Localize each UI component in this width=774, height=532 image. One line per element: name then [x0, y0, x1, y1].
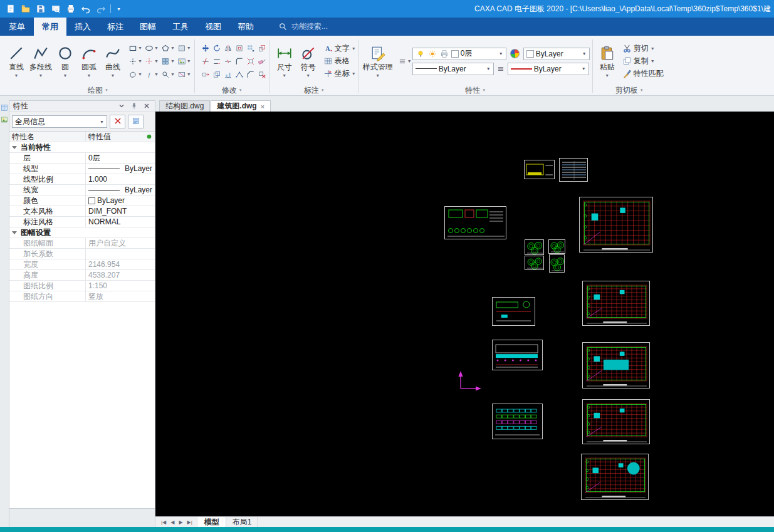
- menu-button[interactable]: 菜单: [0, 18, 34, 36]
- color-picker-icon[interactable]: [510, 49, 520, 58]
- floor-plan-3[interactable]: [582, 342, 650, 389]
- prev-layout-button[interactable]: ◀: [170, 519, 174, 525]
- save-button[interactable]: [35, 4, 46, 14]
- menu-tab-home[interactable]: 常用: [34, 18, 66, 36]
- line-button[interactable]: 直线▼: [4, 44, 28, 79]
- stretch-button[interactable]: [201, 68, 211, 81]
- offset-button[interactable]: [234, 42, 244, 55]
- floor-plan-5[interactable]: [581, 454, 649, 500]
- property-row-lengthen-factor[interactable]: 加长系数: [9, 249, 155, 259]
- property-row-linetype[interactable]: 线型ByLayer: [9, 164, 155, 174]
- ucs-icon[interactable]: [456, 370, 482, 393]
- text-button[interactable]: A文字▼: [323, 43, 356, 55]
- elevation-1[interactable]: [492, 340, 543, 370]
- erase-button[interactable]: [257, 55, 267, 68]
- image-button[interactable]: ▼: [177, 55, 192, 68]
- chamfer-button[interactable]: [246, 68, 256, 81]
- polyline-button[interactable]: 多段线▼: [28, 44, 53, 79]
- property-settings-button[interactable]: [128, 115, 144, 128]
- color-select[interactable]: ByLayer ▼: [523, 48, 590, 60]
- formula-curve-button[interactable]: f▼: [144, 68, 159, 81]
- property-row-width[interactable]: 宽度2146.954: [9, 259, 155, 270]
- property-row-lineweight[interactable]: 线宽ByLayer: [9, 185, 155, 196]
- lineweight-select[interactable]: ByLayer ▼: [508, 63, 589, 75]
- first-layout-button[interactable]: |◀: [161, 519, 166, 525]
- property-row-linetype-scale[interactable]: 线型比例1.000: [9, 174, 155, 185]
- delete-group-button[interactable]: [257, 68, 267, 81]
- mirror-button[interactable]: [223, 42, 233, 55]
- ellipse-button[interactable]: ▼: [144, 42, 159, 55]
- floor-plan-4[interactable]: [582, 399, 650, 444]
- property-row-text-style[interactable]: 文本风格DIM_FONT: [9, 206, 155, 217]
- customize-quick-access-icon[interactable]: ▼: [115, 7, 122, 11]
- options-list-button[interactable]: ▼: [397, 55, 412, 68]
- detail-plan[interactable]: [492, 297, 535, 326]
- property-row-layer[interactable]: 层0层: [9, 153, 155, 164]
- layer-select[interactable]: 0层 ▼: [412, 48, 506, 60]
- paste-button[interactable]: 粘贴▼: [595, 44, 619, 79]
- plant-legend-4[interactable]: [549, 254, 565, 273]
- spline-button[interactable]: 曲线▼: [101, 44, 125, 79]
- thumb-title-block[interactable]: [524, 160, 555, 179]
- property-row-height[interactable]: 高度4538.207: [9, 270, 155, 281]
- section-sheet-settings[interactable]: 图幅设置: [9, 227, 155, 238]
- rotate-button[interactable]: [212, 42, 222, 55]
- properties-panel-tab-icon[interactable]: [1, 104, 8, 112]
- floor-plan-2[interactable]: [582, 281, 650, 326]
- next-layout-button[interactable]: ▶: [179, 519, 182, 525]
- section-current-properties[interactable]: 当前特性: [9, 142, 155, 153]
- layout-tab-model[interactable]: 模型: [198, 517, 226, 527]
- lineweight-settings-icon[interactable]: [496, 64, 506, 74]
- site-plan[interactable]: [444, 206, 506, 239]
- drawing-canvas[interactable]: [155, 112, 774, 516]
- coordinate-button[interactable]: 坐标▼: [323, 68, 356, 80]
- property-row-dim-style[interactable]: 标注风格NORMAL: [9, 217, 155, 227]
- array-button[interactable]: [246, 42, 256, 55]
- dimension-button[interactable]: 尺寸▼: [273, 44, 296, 79]
- cut-button[interactable]: 剪切▼: [622, 43, 664, 55]
- rectangle-button[interactable]: ▼: [128, 42, 143, 55]
- symbol-button[interactable]: 符号▼: [296, 44, 320, 79]
- fillet-button[interactable]: [234, 55, 244, 68]
- block-button[interactable]: ▼: [160, 55, 175, 68]
- menu-tab-help[interactable]: 帮助: [229, 18, 262, 36]
- menu-tab-annotate[interactable]: 标注: [99, 18, 132, 36]
- local-detail-button[interactable]: ▼: [160, 68, 175, 81]
- last-layout-button[interactable]: ▶|: [187, 519, 192, 525]
- scope-select[interactable]: 全局信息 ▼: [12, 115, 107, 128]
- point-button[interactable]: ▼: [128, 55, 143, 68]
- scale-button[interactable]: [257, 42, 267, 55]
- table-button[interactable]: 表格: [323, 56, 356, 67]
- function-search[interactable]: 功能搜索...: [278, 18, 328, 36]
- property-row-sheet-size[interactable]: 图纸幅面用户自定义: [9, 238, 155, 249]
- extend-button[interactable]: [212, 55, 222, 68]
- menu-tab-view[interactable]: 视图: [197, 18, 229, 36]
- menu-tab-tools[interactable]: 工具: [164, 18, 197, 36]
- arc-button[interactable]: 圆弧▼: [77, 44, 101, 79]
- style-manager-button[interactable]: 样式管理 ▼: [362, 44, 394, 79]
- clear-properties-button[interactable]: [110, 115, 125, 128]
- menu-tab-sheet[interactable]: 图幅: [132, 18, 164, 36]
- property-row-color[interactable]: 颜色ByLayer: [9, 196, 155, 206]
- contour-button[interactable]: ▼: [128, 68, 143, 81]
- menu-tab-insert[interactable]: 插入: [66, 18, 99, 36]
- explode-button[interactable]: [246, 55, 256, 68]
- library-panel-tab-icon[interactable]: [1, 116, 8, 123]
- elevation-2[interactable]: [492, 404, 543, 439]
- print-button[interactable]: [65, 4, 76, 14]
- align-button[interactable]: [223, 68, 233, 81]
- undo-button[interactable]: [80, 4, 91, 14]
- document-tab-structure[interactable]: 结构图.dwg: [159, 100, 210, 112]
- plant-legend-3[interactable]: [525, 256, 544, 270]
- hatch-button[interactable]: ▼: [177, 42, 192, 55]
- panel-menu-icon[interactable]: [118, 102, 126, 110]
- trim-button[interactable]: [201, 55, 211, 68]
- thumb-notes[interactable]: [559, 158, 588, 182]
- floor-plan-1[interactable]: [579, 197, 653, 253]
- node-edit-button[interactable]: [234, 68, 244, 81]
- plant-legend-2[interactable]: [548, 239, 565, 254]
- close-icon[interactable]: [143, 102, 151, 110]
- print-preview-button[interactable]: [50, 4, 61, 14]
- move-button[interactable]: [201, 42, 211, 55]
- open-file-button[interactable]: [20, 4, 31, 14]
